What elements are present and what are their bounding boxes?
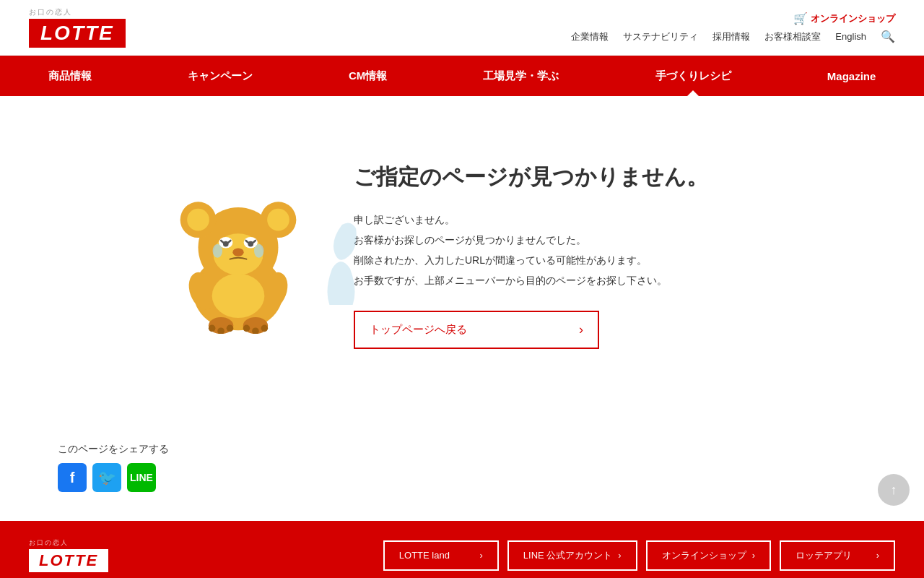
svg-point-16 bbox=[212, 273, 265, 317]
svg-point-10 bbox=[248, 241, 253, 246]
nav-products[interactable]: 商品情報 bbox=[27, 56, 113, 96]
main-nav: 商品情報 キャンペーン CM情報 工場見学・学ぶ 手づくりレシピ Magazin… bbox=[0, 56, 924, 96]
svg-point-12 bbox=[213, 243, 222, 257]
svg-point-19 bbox=[209, 324, 216, 332]
footer-tagline: お口の恋人 bbox=[29, 538, 69, 548]
online-shop-link[interactable]: 🛒 オンラインショップ bbox=[793, 12, 895, 25]
scroll-to-top-button[interactable]: ↑ bbox=[878, 474, 910, 506]
footer-link-app[interactable]: ロッテアプリ › bbox=[780, 540, 895, 571]
nav-cm[interactable]: CM情報 bbox=[327, 56, 409, 96]
error-area: ご指定のページが見つかりません。 申し訳ございません。 お客様がお探しのページが… bbox=[354, 162, 758, 349]
facebook-icon: f bbox=[70, 470, 75, 486]
nav-english[interactable]: English bbox=[835, 31, 866, 42]
back-to-top-button[interactable]: トップページへ戻る › bbox=[354, 311, 599, 349]
teardrop-decoration bbox=[310, 204, 368, 305]
nav-sustainability[interactable]: サステナビリティ bbox=[623, 30, 698, 43]
svg-point-9 bbox=[223, 241, 229, 246]
svg-point-11 bbox=[232, 248, 243, 256]
svg-point-3 bbox=[187, 208, 209, 230]
nav-factory[interactable]: 工場見学・学ぶ bbox=[461, 56, 580, 96]
svg-point-5 bbox=[267, 208, 289, 230]
search-icon[interactable]: 🔍 bbox=[881, 30, 895, 43]
twitter-icon: 🐦 bbox=[98, 469, 116, 486]
koala-illustration bbox=[166, 175, 310, 334]
logo-tagline: お口の恋人 bbox=[29, 7, 72, 17]
share-area: このページをシェアする f 🐦 LINE bbox=[0, 428, 924, 521]
main-content: ご指定のページが見つかりません。 申し訳ございません。 お客様がお探しのページが… bbox=[0, 96, 924, 521]
footer-links: LOTTE land › LINE 公式アカウント › オンラインショップ › … bbox=[383, 540, 895, 571]
footer-logo: LOTTE bbox=[29, 549, 108, 572]
footer-link-arrow-icon: › bbox=[479, 550, 482, 561]
top-nav: 企業情報 サステナビリティ 採用情報 お客様相談室 English 🔍 bbox=[571, 30, 895, 43]
footer: お口の恋人 LOTTE LOTTE land › LINE 公式アカウント › … bbox=[0, 521, 924, 578]
nav-recipe[interactable]: 手づくりレシピ bbox=[634, 56, 753, 96]
nav-company[interactable]: 企業情報 bbox=[571, 30, 609, 43]
footer-link-online-shop[interactable]: オンラインショップ › bbox=[646, 540, 771, 571]
error-title: ご指定のページが見つかりません。 bbox=[354, 162, 758, 192]
facebook-share-button[interactable]: f bbox=[58, 463, 87, 492]
line-share-button[interactable]: LINE bbox=[127, 463, 156, 492]
footer-link-line[interactable]: LINE 公式アカウント › bbox=[507, 540, 637, 571]
error-desc-line3: 削除されたか、入力したURLが間違っている可能性があります。 bbox=[354, 250, 758, 270]
svg-point-13 bbox=[254, 243, 263, 257]
svg-point-21 bbox=[227, 324, 234, 332]
error-desc-line4: お手数ですが、上部メニューバーから目的のページをお探し下さい。 bbox=[354, 270, 758, 290]
share-icons: f 🐦 LINE bbox=[58, 463, 866, 492]
footer-link-arrow-icon: › bbox=[618, 550, 621, 561]
logo: LOTTE bbox=[29, 19, 126, 48]
koala-area bbox=[166, 175, 310, 336]
svg-point-24 bbox=[261, 324, 269, 332]
share-label: このページをシェアする bbox=[58, 443, 866, 456]
top-right: 🛒 オンラインショップ 企業情報 サステナビリティ 採用情報 お客様相談室 En… bbox=[571, 12, 895, 43]
nav-campaign[interactable]: キャンペーン bbox=[166, 56, 274, 96]
nav-consultation[interactable]: お客様相談室 bbox=[764, 30, 821, 43]
logo-area: お口の恋人 LOTTE bbox=[29, 7, 126, 48]
footer-link-lotte-land[interactable]: LOTTE land › bbox=[383, 540, 499, 571]
cart-icon: 🛒 bbox=[793, 12, 808, 25]
header: お口の恋人 LOTTE 🛒 オンラインショップ 企業情報 サステナビリティ 採用… bbox=[0, 0, 924, 56]
nav-recruit[interactable]: 採用情報 bbox=[712, 30, 750, 43]
nav-magazine[interactable]: Magazine bbox=[806, 57, 898, 95]
twitter-share-button[interactable]: 🐦 bbox=[92, 463, 121, 492]
error-desc-line2: お客様がお探しのページが見つかりませんでした。 bbox=[354, 230, 758, 250]
line-icon: LINE bbox=[130, 472, 153, 483]
footer-link-arrow-icon: › bbox=[752, 550, 755, 561]
svg-point-22 bbox=[243, 324, 250, 332]
footer-logo-area: お口の恋人 LOTTE bbox=[29, 538, 108, 572]
error-description: 申し訳ございません。 お客様がお探しのページが見つかりませんでした。 削除された… bbox=[354, 210, 758, 290]
back-arrow-icon: › bbox=[579, 322, 583, 337]
arrow-up-icon: ↑ bbox=[891, 483, 897, 498]
error-desc-line1: 申し訳ございません。 bbox=[354, 210, 758, 230]
footer-link-arrow-icon: › bbox=[876, 550, 879, 561]
